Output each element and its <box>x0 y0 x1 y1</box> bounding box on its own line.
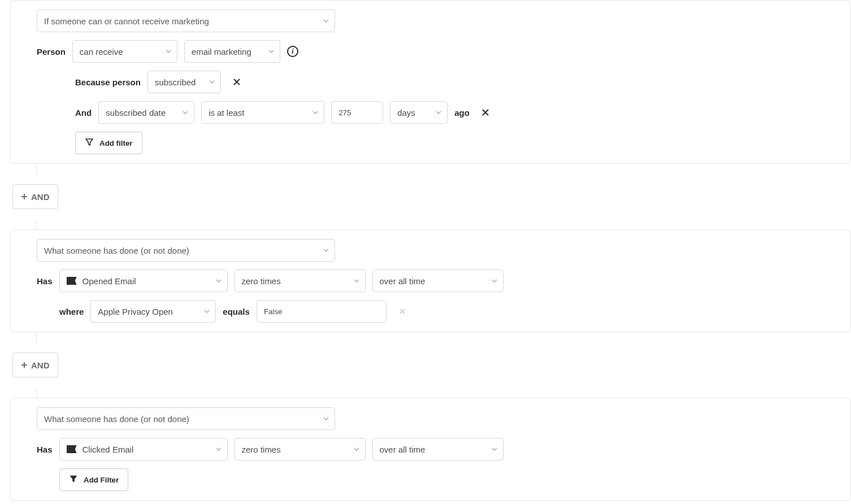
because-label: Because person <box>75 77 141 87</box>
chevron-down-icon <box>204 310 210 313</box>
number-input[interactable] <box>331 101 383 124</box>
chevron-down-icon <box>492 447 497 451</box>
timeframe-text: over all time <box>380 445 426 454</box>
plus-icon <box>21 362 28 368</box>
chevron-down-icon <box>436 111 441 114</box>
chevron-down-icon <box>354 447 359 451</box>
add-filter-button[interactable]: Add filter <box>75 132 142 154</box>
timeframe-select[interactable]: over all time <box>372 270 503 292</box>
ago-label: ago <box>454 108 470 118</box>
connector-line <box>36 164 37 174</box>
operator-select[interactable]: is at least <box>201 101 324 124</box>
date-field-select[interactable]: subscribed date <box>98 101 194 124</box>
add-filter-button[interactable]: Add Filter <box>59 468 128 491</box>
count-text: zero times <box>242 445 281 454</box>
segment-builder: If someone can or cannot receive marketi… <box>0 0 851 501</box>
plus-icon <box>21 193 28 200</box>
metric-text: Clicked Email <box>83 445 134 454</box>
and-label: And <box>75 108 92 118</box>
where-label: where <box>59 307 84 316</box>
channel-select[interactable]: email marketing <box>184 40 280 63</box>
because-select[interactable]: subscribed <box>147 71 221 93</box>
chevron-down-icon <box>323 19 329 23</box>
unit-text: days <box>397 108 415 118</box>
condition-block-opened: What someone has done (or not done) Has … <box>10 229 851 332</box>
filter-icon <box>69 475 78 485</box>
channel-text: email marketing <box>192 47 251 57</box>
condition-type-text: If someone can or cannot receive marketi… <box>44 16 209 26</box>
chevron-down-icon <box>209 80 215 84</box>
remove-because-button[interactable] <box>228 73 246 91</box>
count-text: zero times <box>242 276 281 286</box>
connector-line <box>36 332 37 342</box>
remove-date-button[interactable] <box>476 103 494 121</box>
info-icon[interactable]: i <box>287 46 298 57</box>
because-text: subscribed <box>155 77 196 87</box>
chevron-down-icon <box>166 50 171 53</box>
condition-block-marketing: If someone can or cannot receive marketi… <box>10 0 851 164</box>
condition-type-select[interactable]: What someone has done (or not done) <box>37 239 335 262</box>
chevron-down-icon <box>354 279 359 283</box>
connector-line <box>36 219 37 229</box>
equals-label: equals <box>223 307 250 316</box>
where-field-text: Apple Privacy Open <box>98 307 173 316</box>
chevron-down-icon <box>216 279 222 283</box>
metric-text: Opened Email <box>83 276 136 286</box>
condition-type-text: What someone has done (or not done) <box>44 246 189 255</box>
count-select[interactable]: zero times <box>235 438 366 460</box>
condition-type-text: What someone has done (or not done) <box>44 414 189 424</box>
has-label: Has <box>37 276 53 286</box>
metric-select[interactable]: Clicked Email <box>59 438 228 460</box>
chevron-down-icon <box>323 249 329 252</box>
flag-icon <box>67 277 77 285</box>
and-label: AND <box>31 192 50 202</box>
chevron-down-icon <box>312 111 318 114</box>
can-receive-text: can receive <box>80 47 123 57</box>
timeframe-text: over all time <box>380 276 426 286</box>
operator-text: is at least <box>209 108 244 118</box>
person-label: Person <box>37 47 66 57</box>
where-value-input[interactable] <box>257 300 387 323</box>
count-select[interactable]: zero times <box>235 270 366 292</box>
condition-block-clicked: What someone has done (or not done) Has … <box>10 398 851 501</box>
metric-select[interactable]: Opened Email <box>59 270 228 292</box>
where-field-select[interactable]: Apple Privacy Open <box>90 300 216 323</box>
chevron-down-icon <box>268 50 274 53</box>
date-field-text: subscribed date <box>106 108 166 118</box>
flag-icon <box>67 445 77 453</box>
add-filter-label: Add Filter <box>84 476 119 484</box>
and-label: AND <box>31 360 50 370</box>
and-operator-button[interactable]: AND <box>12 184 58 209</box>
unit-select[interactable]: days <box>390 101 448 124</box>
condition-type-select[interactable]: What someone has done (or not done) <box>37 407 335 430</box>
chevron-down-icon <box>323 417 329 420</box>
condition-type-select[interactable]: If someone can or cannot receive marketi… <box>37 10 335 32</box>
chevron-down-icon <box>492 279 497 283</box>
can-receive-select[interactable]: can receive <box>72 40 177 63</box>
remove-where-button[interactable] <box>393 302 411 320</box>
timeframe-select[interactable]: over all time <box>372 438 503 460</box>
chevron-down-icon <box>216 447 222 451</box>
and-operator-button[interactable]: AND <box>12 353 58 377</box>
chevron-down-icon <box>183 111 188 114</box>
has-label: Has <box>37 445 53 454</box>
filter-icon <box>85 138 94 149</box>
add-filter-label: Add filter <box>99 139 133 147</box>
connector-line <box>36 388 37 398</box>
